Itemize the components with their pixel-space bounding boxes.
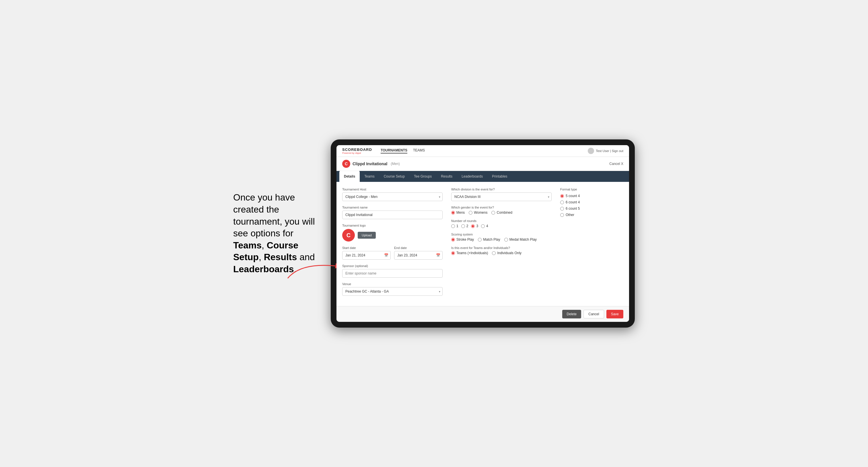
end-date-input[interactable]: [394, 251, 443, 259]
format-6count4-label: 6 count 4: [566, 200, 580, 204]
logo-text: SCOREBOARD: [342, 148, 372, 152]
tab-results[interactable]: Results: [436, 171, 457, 182]
gender-mens[interactable]: Mens: [451, 211, 465, 215]
page-wrapper: Once you have created the tournament, yo…: [233, 139, 635, 328]
rounds-radio-group: 1 2 3 4: [451, 224, 552, 228]
teams-label: Is this event for Teams and/or Individua…: [451, 246, 552, 250]
logo-sub: Powered by clippd: [342, 152, 372, 154]
tournament-name-label: Tournament name: [342, 206, 443, 209]
rounds-1[interactable]: 1: [451, 224, 458, 228]
division-select[interactable]: NCAA Division III: [451, 192, 552, 201]
end-date-calendar-icon: 📅: [436, 253, 440, 257]
tab-leaderboards[interactable]: Leaderboards: [457, 171, 487, 182]
individuals-only[interactable]: Individuals Only: [492, 251, 522, 255]
tab-teams[interactable]: Teams: [360, 171, 379, 182]
nav-teams[interactable]: TEAMS: [413, 148, 425, 153]
format-col: Format type 5 count 4 6 count 4 6 count …: [560, 188, 623, 300]
nav-tournaments[interactable]: TOURNAMENTS: [381, 148, 407, 153]
division-select-wrapper: NCAA Division III ▾: [451, 192, 552, 201]
rounds-2-label: 2: [466, 224, 468, 228]
teams-radio-group: Teams (+Individuals) Individuals Only: [451, 251, 552, 255]
tab-tee-groups[interactable]: Tee Groups: [409, 171, 436, 182]
venue-select[interactable]: Peachtree GC - Atlanta - GA: [342, 287, 443, 296]
division-group: Which division is the event for? NCAA Di…: [451, 188, 552, 201]
date-row: Start date 📅 End date 📅: [342, 246, 443, 264]
sponsor-group: Sponsor (optional): [342, 264, 443, 278]
scoring-medal-match[interactable]: Medal Match Play: [504, 238, 537, 242]
form-footer: Delete Cancel Save: [337, 306, 629, 322]
rounds-2[interactable]: 2: [461, 224, 468, 228]
scoring-match-label: Match Play: [483, 238, 500, 242]
end-date-group: End date 📅: [394, 246, 443, 259]
scoring-stroke[interactable]: Stroke Play: [451, 238, 474, 242]
gender-combined[interactable]: Combined: [491, 211, 512, 215]
format-6count5[interactable]: 6 count 5: [560, 207, 623, 211]
sidebar-bold-teams: Teams: [233, 240, 261, 250]
user-area: Test User | Sign out: [588, 148, 623, 154]
teams-plus-individuals[interactable]: Teams (+Individuals): [451, 251, 488, 255]
format-type-label: Format type: [560, 188, 623, 191]
gender-womens-label: Womens: [474, 211, 487, 215]
format-other[interactable]: Other: [560, 213, 623, 217]
format-6count4[interactable]: 6 count 4: [560, 200, 623, 204]
start-date-group: Start date 📅: [342, 246, 391, 259]
rounds-4[interactable]: 4: [481, 224, 488, 228]
gender-radio-group: Mens Womens Combined: [451, 211, 552, 215]
app-logo: SCOREBOARD Powered by clippd: [342, 148, 372, 154]
tab-printables[interactable]: Printables: [487, 171, 512, 182]
rounds-3[interactable]: 3: [471, 224, 478, 228]
form-col-middle: Which division is the event for? NCAA Di…: [451, 188, 552, 300]
gender-group: Which gender is the event for? Mens Wome…: [451, 206, 552, 215]
division-label: Which division is the event for?: [451, 188, 552, 191]
form-col-left: Tournament Host Clippd College - Men ▾ T…: [342, 188, 443, 300]
rounds-group: Number of rounds 1 2: [451, 219, 552, 228]
tournament-name: Clippd Invitational: [352, 161, 387, 166]
rounds-1-label: 1: [456, 224, 458, 228]
scoring-match[interactable]: Match Play: [478, 238, 500, 242]
gender-mens-label: Mens: [456, 211, 465, 215]
end-date-wrapper: 📅: [394, 251, 443, 259]
venue-label: Venue: [342, 282, 443, 286]
cancel-button[interactable]: Cancel: [584, 310, 604, 318]
tablet-device: SCOREBOARD Powered by clippd TOURNAMENTS…: [331, 139, 635, 328]
start-date-input[interactable]: [342, 251, 391, 259]
format-5count4[interactable]: 5 count 4: [560, 194, 623, 198]
tournament-subtitle: (Men): [391, 162, 400, 166]
tournament-host-group: Tournament Host Clippd College - Men ▾: [342, 188, 443, 201]
tournament-logo-small: C: [342, 160, 350, 168]
scoring-stroke-label: Stroke Play: [456, 238, 474, 242]
scoring-group: Scoring system Stroke Play Match Play: [451, 232, 552, 242]
rounds-label: Number of rounds: [451, 219, 552, 223]
gender-combined-label: Combined: [497, 211, 512, 215]
tab-details[interactable]: Details: [339, 171, 360, 182]
save-button[interactable]: Save: [607, 310, 623, 318]
tab-course-setup[interactable]: Course Setup: [379, 171, 409, 182]
end-date-label: End date: [394, 246, 443, 250]
tournament-header: C Clippd Invitational (Men) Cancel X: [337, 157, 629, 171]
tournament-host-select[interactable]: Clippd College - Men: [342, 192, 443, 201]
tabs-bar: Details Teams Course Setup Tee Groups Re…: [337, 171, 629, 182]
start-date-calendar-icon: 📅: [384, 253, 389, 257]
tournament-logo-group: Tournament logo C Upload: [342, 224, 443, 242]
delete-button[interactable]: Delete: [562, 310, 582, 318]
cancel-link[interactable]: Cancel X: [609, 162, 623, 166]
sidebar-intro: Once you have created the tournament, yo…: [233, 192, 315, 238]
nav-left: SCOREBOARD Powered by clippd TOURNAMENTS…: [342, 148, 425, 154]
format-5count4-label: 5 count 4: [566, 194, 580, 198]
sponsor-input[interactable]: [342, 269, 443, 278]
tournament-title-area: C Clippd Invitational (Men): [342, 160, 400, 168]
teams-group: Is this event for Teams and/or Individua…: [451, 246, 552, 255]
upload-button[interactable]: Upload: [358, 232, 376, 239]
start-date-label: Start date: [342, 246, 391, 250]
form-content: Tournament Host Clippd College - Men ▾ T…: [337, 182, 629, 306]
tournament-name-group: Tournament name: [342, 206, 443, 219]
rounds-4-label: 4: [486, 224, 488, 228]
tournament-name-input[interactable]: [342, 211, 443, 219]
teams-plus-label: Teams (+Individuals): [456, 251, 488, 255]
gender-womens[interactable]: Womens: [469, 211, 487, 215]
nav-links: TOURNAMENTS TEAMS: [381, 148, 425, 153]
user-avatar-icon: [588, 148, 594, 154]
tournament-host-label: Tournament Host: [342, 188, 443, 191]
user-text[interactable]: Test User | Sign out: [596, 149, 623, 153]
scoring-radio-group: Stroke Play Match Play Medal Match Play: [451, 238, 552, 242]
